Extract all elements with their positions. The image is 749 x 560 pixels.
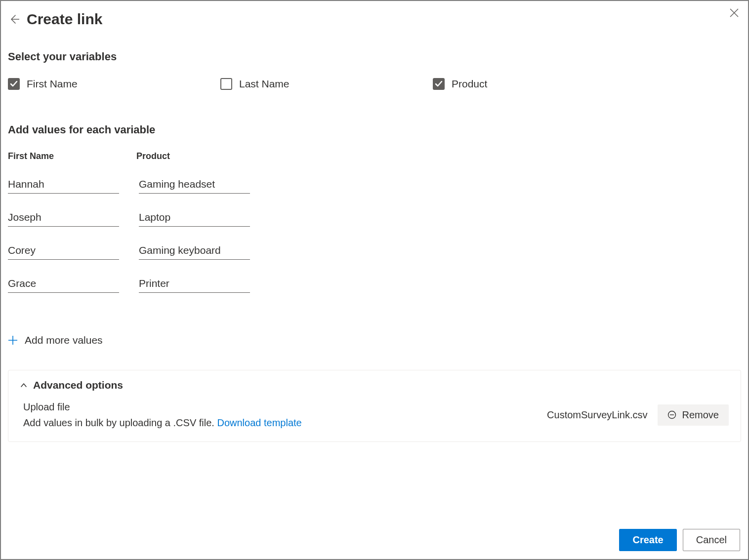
arrow-left-icon <box>8 14 19 25</box>
upload-text: Upload file Add values in bulk by upload… <box>23 399 302 431</box>
variable-first-name: First Name <box>8 78 220 90</box>
column-header-product: Product <box>136 151 245 161</box>
variable-label: Last Name <box>239 78 290 90</box>
product-input[interactable] <box>139 276 250 293</box>
product-input[interactable] <box>139 209 250 227</box>
remove-file-button[interactable]: Remove <box>658 404 729 426</box>
first-name-input[interactable] <box>8 176 119 194</box>
advanced-options-panel: Advanced options Upload file Add values … <box>8 370 741 442</box>
table-header-row: First Name Product <box>8 151 741 161</box>
upload-file-label: Upload file <box>23 399 302 415</box>
dialog-title: Create link <box>27 11 102 28</box>
checkbox-product[interactable] <box>433 78 445 90</box>
back-button[interactable] <box>8 13 20 25</box>
variable-label: First Name <box>27 78 78 90</box>
add-more-label: Add more values <box>25 334 103 346</box>
add-more-values-button[interactable]: Add more values <box>8 334 741 346</box>
uploaded-file-row: CustomSurveyLink.csv Remove <box>547 404 729 426</box>
product-input[interactable] <box>139 242 250 260</box>
column-header-first-name: First Name <box>8 151 117 161</box>
table-row <box>8 176 741 194</box>
table-row <box>8 276 741 293</box>
remove-label: Remove <box>682 409 719 421</box>
remove-icon <box>667 410 676 419</box>
product-input[interactable] <box>139 176 250 194</box>
download-template-link[interactable]: Download template <box>217 417 301 428</box>
checkbox-last-name[interactable] <box>220 78 232 90</box>
variables-row: First Name Last Name Product <box>8 78 741 90</box>
cancel-button[interactable]: Cancel <box>683 529 740 551</box>
first-name-input[interactable] <box>8 209 119 227</box>
first-name-input[interactable] <box>8 276 119 293</box>
plus-icon <box>8 335 18 345</box>
uploaded-file-name: CustomSurveyLink.csv <box>547 409 647 421</box>
dialog-footer: Create Cancel <box>619 529 740 551</box>
chevron-up-icon <box>20 382 27 389</box>
advanced-body: Upload file Add values in bulk by upload… <box>20 399 729 431</box>
check-icon <box>435 80 443 88</box>
variable-last-name: Last Name <box>220 78 433 90</box>
values-table: First Name Product <box>8 151 741 309</box>
table-row <box>8 209 741 227</box>
variable-product: Product <box>433 78 645 90</box>
close-button[interactable] <box>727 6 741 20</box>
advanced-options-title: Advanced options <box>33 379 123 391</box>
checkbox-first-name[interactable] <box>8 78 20 90</box>
first-name-input[interactable] <box>8 242 119 260</box>
close-icon <box>730 8 739 17</box>
dialog-header: Create link <box>8 11 741 28</box>
upload-description-row: Add values in bulk by uploading a .CSV f… <box>23 415 302 431</box>
create-link-dialog: Create link Select your variables First … <box>1 1 748 559</box>
advanced-options-toggle[interactable]: Advanced options <box>20 379 729 391</box>
add-values-heading: Add values for each variable <box>8 123 741 136</box>
table-row <box>8 242 741 260</box>
check-icon <box>10 80 18 88</box>
upload-description: Add values in bulk by uploading a .CSV f… <box>23 417 217 428</box>
variable-label: Product <box>452 78 487 90</box>
create-button[interactable]: Create <box>619 529 676 551</box>
select-variables-heading: Select your variables <box>8 50 741 63</box>
